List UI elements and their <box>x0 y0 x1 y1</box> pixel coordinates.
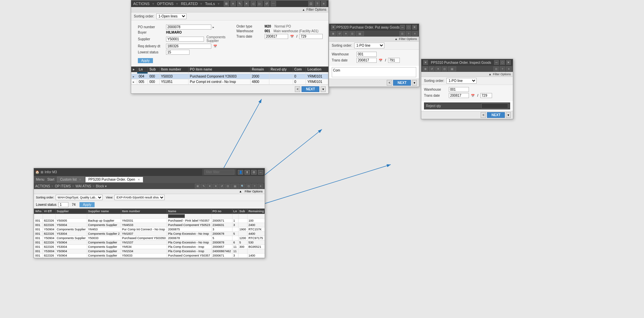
bottom-icon-search[interactable]: 🔍 <box>240 184 245 188</box>
icon-next[interactable]: ▷ <box>257 1 263 6</box>
icon-menu-pps320[interactable]: ≡ <box>412 31 418 36</box>
settings-icon[interactable]: ⚙ <box>251 170 257 175</box>
tab-pps200[interactable]: PPS200 Purchase Order. Open ✕ <box>85 177 143 182</box>
table-row[interactable]: 001Y50904Components SupplierYM453Pur Com… <box>34 227 265 232</box>
close-btn-pps320-r[interactable]: ✕ <box>412 25 417 30</box>
col-po-item-name[interactable]: PO item name <box>188 67 250 72</box>
col-recvd-qty[interactable]: Recvd qty <box>269 67 293 72</box>
min-btn-pps310[interactable]: ─ <box>494 60 499 65</box>
pps310-next-btn[interactable]: NEXT <box>487 112 505 118</box>
bottom-icon1[interactable]: ⊞ <box>195 184 200 188</box>
icon-t5[interactable]: ▤ <box>356 31 364 36</box>
next-button[interactable]: NEXT <box>302 86 319 92</box>
table-row[interactable]: 001822326Y53004Components Supplier 2YM18… <box>34 232 265 236</box>
table-row[interactable]: 001822326Y50904Components SupplierY50033… <box>34 254 265 258</box>
minimize-icon[interactable]: ─ <box>258 170 263 175</box>
prev-button[interactable]: < <box>295 86 300 92</box>
share-icon[interactable]: ⬆ <box>245 170 250 175</box>
table-row[interactable]: 001Y50904Components SupplierY50033Purcha… <box>34 236 265 240</box>
supplier-input[interactable] <box>166 37 204 42</box>
col-sub[interactable]: Sub <box>148 67 160 72</box>
icon-menu[interactable]: ≡ <box>321 1 326 6</box>
col-remain[interactable]: Remain <box>250 67 269 72</box>
pps320-sorting-select[interactable]: 1-PO line <box>354 43 384 48</box>
table-row[interactable]: 001822326Y50004Components SupplierYM4533… <box>34 223 265 227</box>
icon-t2[interactable]: ↺ <box>337 31 342 36</box>
sorting-select[interactable]: 1-Open lines <box>156 13 186 19</box>
tools-menu[interactable]: TooLs <box>205 2 215 6</box>
bottom-icon6[interactable]: ⊡ <box>225 184 230 188</box>
icon-t1[interactable]: ⊞ <box>330 31 336 36</box>
person-icon[interactable]: 👤 <box>238 170 243 175</box>
bottom-lowest-status-input[interactable] <box>58 202 68 207</box>
po-number-input[interactable] <box>166 25 211 30</box>
pps320-trans-date-input[interactable] <box>357 58 377 63</box>
search-input[interactable] <box>204 170 234 175</box>
table-row[interactable]: 001822326Y50904Components SupplierYM1537… <box>34 240 265 245</box>
reject-qty-input[interactable] <box>481 103 508 108</box>
start-label[interactable]: Start <box>47 178 54 181</box>
block-btn[interactable]: Block ▾ <box>96 184 107 188</box>
bottom-icon3[interactable]: ✕ <box>207 184 212 188</box>
col-ln[interactable]: Ln <box>137 67 148 72</box>
next-arrow-button[interactable]: ▾ <box>321 86 326 92</box>
table-row[interactable]: ▸ 004 000 Y50033 Purchased Component Y26… <box>131 74 328 79</box>
table-row[interactable]: 001822326Y50005Backup up SupplierYM2031P… <box>34 219 265 223</box>
icon-delete[interactable]: ✕ <box>244 1 249 6</box>
pps310-expand-icon[interactable]: ⊡ <box>493 66 499 71</box>
close-btn-pps310-r[interactable]: ✕ <box>506 60 511 65</box>
table-row[interactable]: ▸ 005 000 Y51851 Pur Compt int control -… <box>131 79 328 85</box>
table-row[interactable]: 001822326Y53004Components SupplierYM534P… <box>34 245 265 249</box>
pps310-menu-icon[interactable]: ≡ <box>506 66 512 71</box>
col-item-number[interactable]: Item number <box>160 67 189 72</box>
pps320-trans-date-input2[interactable] <box>388 58 400 63</box>
pps320-next-arrow-btn[interactable]: ▾ <box>412 80 417 86</box>
icon-t4[interactable]: ⊡ <box>350 31 355 36</box>
wai-atns-btn[interactable]: WAI ATNS <box>75 184 91 188</box>
bottom-icon7[interactable]: ▤ <box>231 184 239 188</box>
pps320-warehouse-input[interactable] <box>357 52 377 57</box>
pps310-warehouse-input[interactable] <box>449 87 469 92</box>
bottom-icon-help[interactable]: ? <box>252 184 257 188</box>
filter-name-input[interactable] <box>168 214 185 218</box>
icon-help[interactable]: ? <box>315 1 320 6</box>
icon-prev[interactable]: ◁ <box>251 1 256 6</box>
pps310-icon-t5[interactable]: ▤ <box>448 66 456 71</box>
icon-expand-pps320[interactable]: ⊡ <box>399 31 405 36</box>
options-menu[interactable]: OPTIONS <box>157 2 174 6</box>
bottom-icon-expand[interactable]: ⊡ <box>246 184 251 188</box>
filter-options-label[interactable]: Filter Options <box>307 8 326 11</box>
trans-date-input[interactable] <box>265 34 288 39</box>
apply-button[interactable]: Apply <box>138 58 153 63</box>
pps320-filter-label[interactable]: Filter Options <box>399 37 417 41</box>
pps310-prev-btn[interactable]: < <box>481 112 486 118</box>
bottom-view-select[interactable]: EXP-FAI45-S/port00 result show... <box>114 195 165 200</box>
icon-help-pps320[interactable]: ? <box>406 31 411 36</box>
bottom-icon-menu[interactable]: ≡ <box>258 184 263 188</box>
pps310-next-arrow-btn[interactable]: ▾ <box>506 112 511 118</box>
actions-btn[interactable]: ACTIONS <box>35 184 50 188</box>
max-btn-pps310[interactable]: □ <box>500 60 505 65</box>
pps320-prev-btn[interactable]: < <box>387 80 392 86</box>
icon-more[interactable]: ⋯ <box>271 1 276 6</box>
req-delivery-input[interactable] <box>166 44 211 49</box>
icon-paste[interactable]: ≡ <box>230 1 236 6</box>
bottom-icon2[interactable]: ✎ <box>201 184 206 188</box>
col-com[interactable]: Com <box>293 67 306 72</box>
icon-refresh[interactable]: ↺ <box>264 1 269 6</box>
op-items-btn[interactable]: OP ITEMS <box>55 184 71 188</box>
pps310-help-icon[interactable]: ? <box>500 66 505 71</box>
col-location[interactable]: Location <box>306 67 328 72</box>
bottom-apply-btn[interactable]: Apply <box>79 202 95 207</box>
pps310-icon-t2[interactable]: ↺ <box>429 66 434 71</box>
pps310-trans-date-input2[interactable] <box>480 93 492 98</box>
pps310-icon-t3[interactable]: ✕ <box>435 66 441 71</box>
pps310-filter-label[interactable]: Filter Options <box>493 73 511 76</box>
max-btn-pps320[interactable]: □ <box>406 25 411 30</box>
trans-date-input2[interactable] <box>299 34 323 39</box>
tab-custom-list[interactable]: Custom list ✕ <box>57 177 85 182</box>
bottom-icon5[interactable]: ↺ <box>219 184 224 188</box>
close-btn-pps310[interactable]: ✕ <box>423 60 428 65</box>
menu-label[interactable]: Menu <box>36 178 44 181</box>
pps310-trans-date-input[interactable] <box>449 93 469 98</box>
